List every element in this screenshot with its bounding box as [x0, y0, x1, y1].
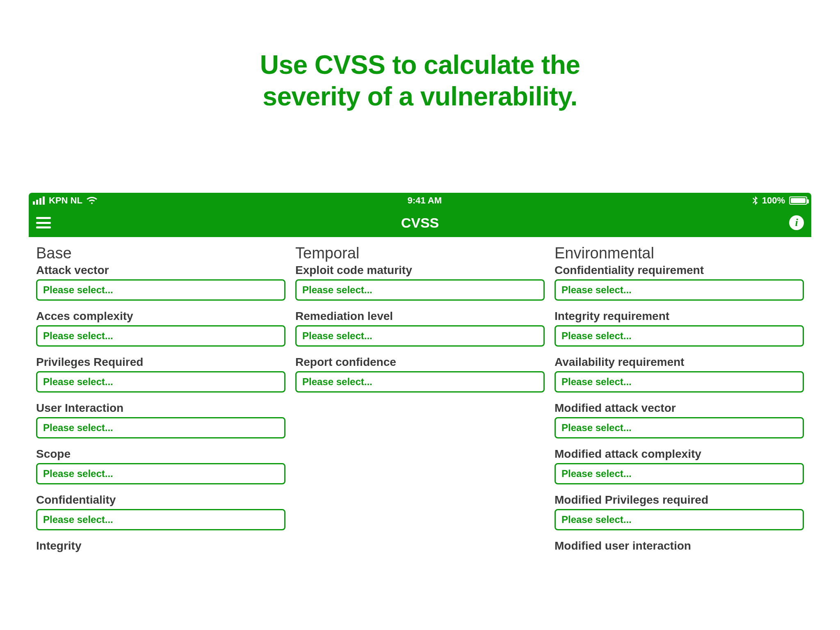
menu-button[interactable] [36, 217, 51, 228]
signal-icon [33, 196, 45, 205]
select-placeholder: Please select... [43, 376, 113, 388]
battery-percent: 100% [762, 195, 785, 206]
field-label: Modified attack vector [555, 402, 804, 415]
field-confidentiality: Confidentiality Please select... [36, 493, 285, 530]
select-user-interaction[interactable]: Please select... [36, 417, 285, 438]
field-label: Acces complexity [36, 310, 285, 323]
field-user-interaction: User Interaction Please select... [36, 402, 285, 438]
field-label: Report confidence [295, 356, 545, 369]
bluetooth-icon [752, 196, 758, 205]
carrier-label: KPN NL [49, 195, 82, 206]
section-temporal: Temporal Exploit code maturity Please se… [295, 244, 545, 555]
field-label: Confidentiality requirement [555, 264, 804, 277]
field-label: Exploit code maturity [295, 264, 545, 277]
field-label: Scope [36, 447, 285, 461]
select-availability-requirement[interactable]: Please select... [555, 371, 804, 393]
select-modified-privileges-required[interactable]: Please select... [555, 509, 804, 530]
select-placeholder: Please select... [562, 422, 632, 434]
select-confidentiality-requirement[interactable]: Please select... [555, 279, 804, 301]
select-remediation-level[interactable]: Please select... [295, 325, 545, 347]
select-exploit-code-maturity[interactable]: Please select... [295, 279, 545, 301]
info-icon: i [795, 217, 798, 229]
nav-bar: CVSS i [29, 208, 811, 237]
select-placeholder: Please select... [302, 284, 372, 296]
field-label: Integrity requirement [555, 310, 804, 323]
select-placeholder: Please select... [562, 330, 632, 342]
status-left: KPN NL [33, 195, 97, 206]
section-title-temporal: Temporal [295, 244, 545, 262]
select-privileges-required[interactable]: Please select... [36, 371, 285, 393]
field-label: Modified attack complexity [555, 447, 804, 461]
wifi-icon [87, 196, 97, 205]
field-integrity-requirement: Integrity requirement Please select... [555, 310, 804, 347]
field-label: User Interaction [36, 402, 285, 415]
select-placeholder: Please select... [43, 284, 113, 296]
field-label: Modified user interaction [555, 539, 804, 552]
page-title: CVSS [401, 215, 439, 231]
select-placeholder: Please select... [562, 468, 632, 479]
status-right: 100% [752, 195, 807, 206]
field-privileges-required: Privileges Required Please select... [36, 356, 285, 393]
select-modified-attack-complexity[interactable]: Please select... [555, 463, 804, 484]
select-placeholder: Please select... [562, 284, 632, 296]
field-modified-attack-vector: Modified attack vector Please select... [555, 402, 804, 438]
info-button[interactable]: i [789, 215, 804, 230]
select-placeholder: Please select... [562, 514, 632, 525]
field-report-confidence: Report confidence Please select... [295, 356, 545, 393]
select-placeholder: Please select... [302, 376, 372, 388]
field-remediation-level: Remediation level Please select... [295, 310, 545, 347]
promo-line-1: Use CVSS to calculate the [0, 49, 840, 81]
select-integrity-requirement[interactable]: Please select... [555, 325, 804, 347]
field-confidentiality-requirement: Confidentiality requirement Please selec… [555, 264, 804, 301]
field-exploit-code-maturity: Exploit code maturity Please select... [295, 264, 545, 301]
field-access-complexity: Acces complexity Please select... [36, 310, 285, 347]
select-attack-vector[interactable]: Please select... [36, 279, 285, 301]
select-modified-attack-vector[interactable]: Please select... [555, 417, 804, 438]
select-placeholder: Please select... [43, 514, 113, 525]
status-time: 9:41 AM [408, 195, 442, 206]
field-integrity: Integrity [36, 539, 285, 552]
field-label: Attack vector [36, 264, 285, 277]
select-placeholder: Please select... [43, 468, 113, 479]
cvss-form: Base Attack vector Please select... Acce… [29, 237, 811, 555]
battery-icon [789, 196, 807, 205]
section-base: Base Attack vector Please select... Acce… [36, 244, 285, 555]
field-modified-user-interaction: Modified user interaction [555, 539, 804, 552]
field-label: Remediation level [295, 310, 545, 323]
field-label: Modified Privileges required [555, 493, 804, 507]
section-title-base: Base [36, 244, 285, 262]
section-title-environmental: Environmental [555, 244, 804, 262]
select-report-confidence[interactable]: Please select... [295, 371, 545, 393]
status-bar: KPN NL 9:41 AM 100% [29, 193, 811, 208]
field-scope: Scope Please select... [36, 447, 285, 484]
select-placeholder: Please select... [43, 422, 113, 434]
field-label: Integrity [36, 539, 285, 552]
section-environmental: Environmental Confidentiality requiremen… [555, 244, 804, 555]
field-label: Privileges Required [36, 356, 285, 369]
field-attack-vector: Attack vector Please select... [36, 264, 285, 301]
field-modified-privileges-required: Modified Privileges required Please sele… [555, 493, 804, 530]
promo-line-2: severity of a vulnerability. [0, 81, 840, 112]
select-placeholder: Please select... [302, 330, 372, 342]
promo-headline: Use CVSS to calculate the severity of a … [0, 0, 840, 112]
field-availability-requirement: Availability requirement Please select..… [555, 356, 804, 393]
field-modified-attack-complexity: Modified attack complexity Please select… [555, 447, 804, 484]
select-confidentiality[interactable]: Please select... [36, 509, 285, 530]
select-scope[interactable]: Please select... [36, 463, 285, 484]
tablet-frame: KPN NL 9:41 AM 100% CVSS i Base [29, 193, 811, 630]
select-placeholder: Please select... [562, 376, 632, 388]
field-label: Availability requirement [555, 356, 804, 369]
hamburger-icon [36, 217, 51, 219]
select-placeholder: Please select... [43, 330, 113, 342]
field-label: Confidentiality [36, 493, 285, 507]
select-access-complexity[interactable]: Please select... [36, 325, 285, 347]
